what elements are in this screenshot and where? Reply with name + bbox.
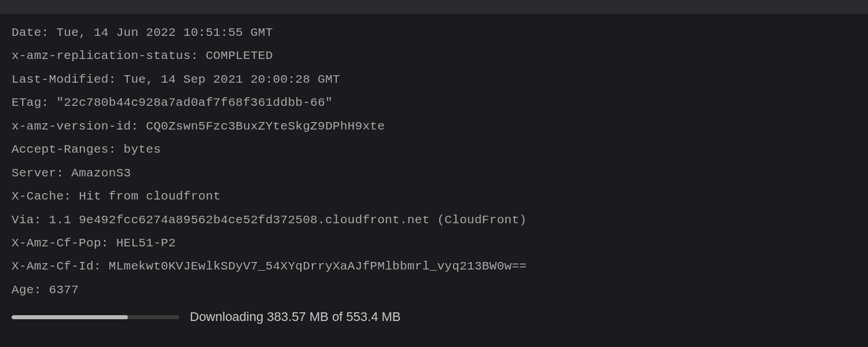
header-value: AmazonS3: [71, 167, 131, 180]
header-value: Tue, 14 Jun 2022 10:51:55 GMT: [56, 26, 273, 39]
header-key: X-Amz-Cf-Pop: [12, 237, 101, 250]
download-progress-row: Downloading 383.57 MB of 553.4 MB: [12, 309, 856, 324]
header-key: Last-Modified: [12, 73, 109, 86]
progress-total: 553.4: [346, 309, 378, 324]
header-value: Hit from cloudfront: [79, 190, 220, 203]
header-value: CQ0Zswn5Fzc3BuxZYteSkgZ9DPhH9xte: [146, 120, 385, 133]
header-key: ETag: [12, 96, 42, 109]
header-key: X-Cache: [12, 190, 64, 203]
header-value: COMPLETED: [205, 49, 273, 62]
header-line: X-Cache: Hit from cloudfront: [12, 188, 856, 205]
header-line: Age: 6377: [12, 282, 856, 299]
header-key: Accept-Ranges: [12, 143, 109, 156]
progress-text: Downloading 383.57 MB of 553.4 MB: [190, 309, 401, 324]
header-line: Date: Tue, 14 Jun 2022 10:51:55 GMT: [12, 24, 856, 42]
header-key: Date: [12, 26, 42, 39]
header-line: x-amz-version-id: CQ0Zswn5Fzc3BuxZYteSkg…: [12, 118, 856, 135]
http-headers-block: Date: Tue, 14 Jun 2022 10:51:55 GMTx-amz…: [12, 24, 856, 299]
terminal-output: Date: Tue, 14 Jun 2022 10:51:55 GMTx-amz…: [0, 14, 868, 324]
progress-label-of: of: [332, 309, 343, 324]
header-key: Via: [12, 213, 34, 227]
header-value: 6377: [49, 283, 79, 297]
header-key: Age: [12, 283, 34, 297]
header-value: "22c780b44c928a7ad0af7f68f361ddbb-66": [56, 96, 332, 109]
header-value: 1.1 9e492fcc6274a89562b4ce52fd372508.clo…: [49, 213, 527, 227]
header-key: x-amz-version-id: [12, 120, 131, 133]
header-line: Accept-Ranges: bytes: [12, 141, 856, 158]
header-value: Tue, 14 Sep 2021 20:00:28 GMT: [124, 73, 340, 86]
header-line: X-Amz-Cf-Id: MLmekwt0KVJEwlkSDyV7_54XYqD…: [12, 258, 856, 275]
header-line: Server: AmazonS3: [12, 165, 856, 182]
progress-downloaded: 383.57: [267, 309, 306, 324]
header-line: X-Amz-Cf-Pop: HEL51-P2: [12, 235, 856, 252]
header-key: X-Amz-Cf-Id: [12, 260, 94, 273]
header-line: x-amz-replication-status: COMPLETED: [12, 47, 856, 65]
header-line: Last-Modified: Tue, 14 Sep 2021 20:00:28…: [12, 71, 856, 88]
header-value: bytes: [124, 143, 161, 156]
progress-bar-fill: [12, 315, 128, 319]
progress-bar: [12, 315, 179, 319]
header-value: HEL51-P2: [116, 237, 176, 250]
window-titlebar: [0, 0, 868, 14]
header-key: x-amz-replication-status: [12, 49, 191, 62]
progress-label-prefix: Downloading: [190, 309, 263, 324]
header-line: Via: 1.1 9e492fcc6274a89562b4ce52fd37250…: [12, 212, 856, 229]
header-key: Server: [12, 167, 56, 180]
progress-unit-total: MB: [382, 309, 401, 324]
progress-unit: MB: [310, 309, 329, 324]
header-value: MLmekwt0KVJEwlkSDyV7_54XYqDrryXaAJfPMlbb…: [109, 260, 527, 273]
header-line: ETag: "22c780b44c928a7ad0af7f68f361ddbb-…: [12, 94, 856, 112]
